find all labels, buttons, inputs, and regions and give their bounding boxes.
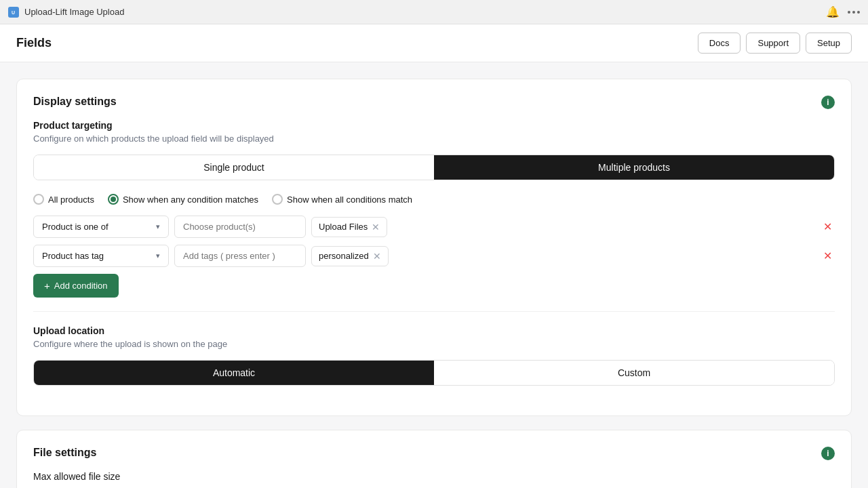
browser-actions: 🔔: [826, 5, 860, 18]
header-actions: Docs Support Setup: [698, 33, 852, 54]
info-icon-display[interactable]: i: [821, 96, 835, 109]
add-icon: +: [44, 280, 50, 291]
card-header-file: File settings i: [33, 447, 835, 460]
dot1: [848, 11, 850, 14]
card-header-display: Display settings i: [33, 96, 835, 109]
dot3: [857, 11, 860, 14]
radio-all-products[interactable]: All products: [33, 194, 94, 205]
dot2: [852, 11, 855, 14]
file-settings-title: File settings: [33, 447, 96, 459]
condition-1-product-input[interactable]: [174, 216, 306, 238]
section-divider: [33, 311, 835, 312]
upload-location-section: Upload location Configure where the uplo…: [33, 325, 835, 386]
docs-button[interactable]: Docs: [698, 33, 741, 54]
product-targeting-section: Product targeting Configure on which pro…: [33, 120, 835, 298]
chevron-down-icon-2: ▾: [156, 251, 160, 260]
condition-1-delete-icon[interactable]: ✕: [821, 218, 835, 236]
condition-1-type-label: Product is one of: [42, 222, 108, 232]
display-settings-title: Display settings: [33, 96, 117, 108]
condition-2-tag-remove[interactable]: ✕: [373, 251, 381, 262]
browser-app-title: Upload-Lift Image Upload: [24, 7, 124, 17]
upload-location-toggle: Automatic Custom: [33, 360, 835, 386]
condition-1-tag-label: Upload Files: [319, 222, 368, 232]
browser-bar: U Upload-Lift Image Upload 🔔: [0, 0, 868, 24]
condition-1-tag-remove[interactable]: ✕: [372, 222, 380, 232]
bell-icon: 🔔: [826, 5, 840, 18]
radio-circle-all-cond: [272, 194, 283, 205]
condition-row-2: Product has tag ▾ personalized ✕ ✕: [33, 245, 835, 267]
condition-radio-group: All products Show when any condition mat…: [33, 194, 835, 205]
app-header: Fields Docs Support Setup: [0, 24, 868, 62]
condition-1-type-select[interactable]: Product is one of ▾: [33, 216, 169, 238]
page-title: Fields: [16, 36, 52, 50]
radio-any-condition-label: Show when any condition matches: [123, 195, 258, 205]
add-condition-label: Add condition: [54, 281, 108, 291]
condition-row-1: Product is one of ▾ Upload Files ✕ ✕: [33, 216, 835, 238]
tab-custom[interactable]: Custom: [434, 361, 834, 385]
condition-2-tag: personalized ✕: [311, 246, 389, 266]
tab-multiple-products[interactable]: Multiple products: [434, 155, 834, 180]
condition-2-type-select[interactable]: Product has tag ▾: [33, 245, 169, 267]
file-settings-card: File settings i Max allowed file size — …: [16, 430, 852, 488]
condition-1-tag: Upload Files ✕: [311, 217, 387, 237]
file-settings-header-text: File settings: [33, 447, 96, 460]
tab-single-product[interactable]: Single product: [34, 155, 434, 180]
upload-location-desc: Configure where the upload is shown on t…: [33, 339, 835, 349]
add-condition-button[interactable]: + Add condition: [33, 274, 119, 298]
radio-circle-all: [33, 194, 44, 205]
radio-all-conditions-label: Show when all conditions match: [287, 195, 412, 205]
svg-text:U: U: [12, 10, 15, 15]
info-icon-file[interactable]: i: [821, 447, 835, 460]
condition-2-type-label: Product has tag: [42, 251, 104, 261]
product-targeting-desc: Configure on which products the upload f…: [33, 134, 835, 144]
chevron-down-icon: ▾: [156, 222, 160, 231]
condition-2-tag-label: personalized: [319, 251, 369, 261]
browser-favicon: U: [8, 7, 19, 18]
radio-all-conditions[interactable]: Show when all conditions match: [272, 194, 412, 205]
radio-circle-any: [108, 194, 119, 205]
support-button[interactable]: Support: [746, 33, 800, 54]
card-header-text: Display settings: [33, 96, 117, 109]
product-targeting-label: Product targeting: [33, 120, 835, 131]
condition-2-delete-icon[interactable]: ✕: [821, 247, 835, 265]
setup-button[interactable]: Setup: [806, 33, 852, 54]
product-type-toggle: Single product Multiple products: [33, 155, 835, 180]
display-settings-card: Display settings i Product targeting Con…: [16, 79, 852, 416]
condition-2-tags-input[interactable]: [174, 245, 306, 267]
max-file-size-label: Max allowed file size: [33, 471, 835, 482]
upload-location-label: Upload location: [33, 325, 835, 336]
radio-all-products-label: All products: [48, 195, 94, 205]
radio-any-condition[interactable]: Show when any condition matches: [108, 194, 258, 205]
tab-automatic[interactable]: Automatic: [34, 361, 434, 385]
main-content: Display settings i Product targeting Con…: [0, 62, 868, 488]
